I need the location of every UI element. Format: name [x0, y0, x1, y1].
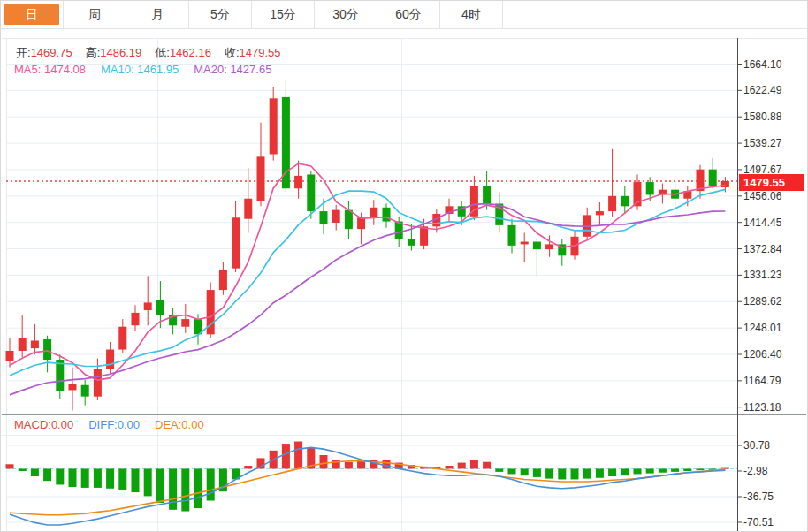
candle-body: [521, 242, 529, 245]
close-value: 1479.55: [240, 46, 281, 59]
macd-info: MACD:0.00 DIFF:0.00 DEA:0.00: [14, 418, 204, 431]
tab-month-label: 月: [130, 4, 185, 25]
macd-bar: [521, 468, 529, 475]
tab-60min[interactable]: 60分: [377, 1, 440, 28]
candle-body: [709, 170, 717, 186]
macd-bar: [370, 460, 377, 468]
dea-value: 0.00: [181, 418, 203, 431]
candle-body: [320, 211, 328, 224]
macd-bar: [659, 468, 667, 472]
tab-15min[interactable]: 15分: [252, 1, 315, 28]
tab-4hour[interactable]: 4时: [440, 1, 503, 28]
candle-body: [294, 176, 302, 188]
macd-bar: [533, 468, 541, 476]
tab-day-label: 日: [4, 4, 59, 25]
candle-body: [106, 350, 114, 369]
price-axis-label: 1331.23: [743, 269, 781, 281]
high-value: 1486.19: [100, 46, 141, 59]
tab-week[interactable]: 周: [64, 1, 126, 28]
open-label: 开:: [16, 46, 31, 59]
macd-bar: [282, 444, 290, 468]
candle-body: [56, 360, 64, 391]
tab-30min-label: 30分: [318, 4, 373, 25]
macd-bar: [508, 468, 516, 474]
ma5-value: 1474.08: [44, 63, 86, 76]
macd-bar: [207, 468, 215, 500]
candle-body: [357, 217, 365, 229]
price-axis-label: 1206.40: [743, 348, 781, 361]
candle-body: [232, 217, 240, 268]
candle-body: [81, 385, 89, 397]
candle-body: [144, 302, 152, 310]
candle-body: [156, 300, 164, 315]
macd-bar: [446, 466, 454, 468]
macd-bar: [558, 468, 566, 479]
kline-chart-app: 日 周 月 5分 15分 30分 60分 4时 开:1469.75 高:1486…: [0, 0, 808, 532]
close-label: 收:: [225, 46, 240, 59]
macd-bar: [181, 468, 189, 511]
low-value: 1462.16: [170, 46, 211, 59]
macd-bar: [596, 468, 604, 477]
macd-bar: [156, 468, 164, 503]
macd-label: MACD:: [14, 418, 51, 431]
price-axis-label: 1123.18: [743, 401, 781, 414]
macd-bar: [683, 468, 691, 471]
candle-body: [118, 327, 126, 350]
macd-bar: [671, 468, 679, 471]
chart-canvas[interactable]: [1, 1, 808, 532]
macd-bar: [545, 468, 553, 478]
candle-body: [19, 338, 27, 351]
macd-bar: [132, 468, 140, 492]
ma20-value: 1427.65: [230, 63, 271, 76]
macd-bar: [495, 468, 503, 471]
macd-axis-label: -70.51: [743, 516, 774, 528]
macd-bar: [194, 468, 202, 508]
ma5-label: MA5:: [14, 63, 41, 76]
candle-body: [533, 242, 541, 250]
candle-body: [332, 210, 340, 223]
tab-5min[interactable]: 5分: [189, 1, 252, 28]
dea-line: [10, 461, 725, 515]
diff-line: [10, 447, 725, 525]
candle-body: [6, 351, 14, 361]
candle-body: [596, 211, 604, 215]
candle-body: [408, 239, 415, 246]
price-axis-label: 1622.49: [743, 84, 781, 96]
candle-body: [31, 340, 39, 348]
candle-body: [257, 156, 265, 201]
macd-axis-label: -2.98: [743, 465, 767, 477]
tab-30min[interactable]: 30分: [315, 1, 377, 28]
tab-day[interactable]: 日: [1, 1, 64, 28]
price-axis-label: 1539.27: [743, 137, 781, 149]
candle-body: [370, 208, 377, 217]
ma10-value: 1461.95: [137, 63, 179, 76]
macd-bar: [244, 466, 252, 468]
macd-bar: [118, 468, 126, 490]
ohlc-info: 开:1469.75 高:1486.19 低:1462.16 收:1479.55: [16, 45, 281, 61]
macd-bar: [571, 468, 579, 479]
candle-body: [646, 182, 654, 194]
candle-body: [244, 199, 252, 219]
macd-bar: [345, 462, 353, 469]
candle-body: [483, 186, 491, 203]
macd-bar: [94, 468, 102, 487]
dea-label: DEA:: [155, 418, 181, 431]
candle-body: [721, 181, 729, 187]
macd-bar: [169, 468, 177, 509]
ma20-line: [10, 204, 725, 395]
price-axis-label: 1164.79: [743, 375, 781, 387]
macd-value: 0.00: [51, 418, 73, 431]
candle-body: [420, 226, 428, 246]
candle-body: [94, 369, 102, 397]
macd-bar: [608, 468, 616, 476]
tab-4hour-label: 4时: [444, 4, 499, 25]
tab-month[interactable]: 月: [126, 1, 189, 28]
diff-value: 0.00: [118, 418, 140, 431]
candle-body: [608, 196, 616, 211]
macd-bar: [458, 463, 466, 469]
price-axis-label: 1414.45: [743, 217, 781, 229]
low-label: 低:: [155, 46, 170, 59]
price-axis-label: 1248.01: [743, 322, 781, 334]
macd-bar: [583, 468, 591, 478]
high-label: 高:: [86, 46, 101, 59]
